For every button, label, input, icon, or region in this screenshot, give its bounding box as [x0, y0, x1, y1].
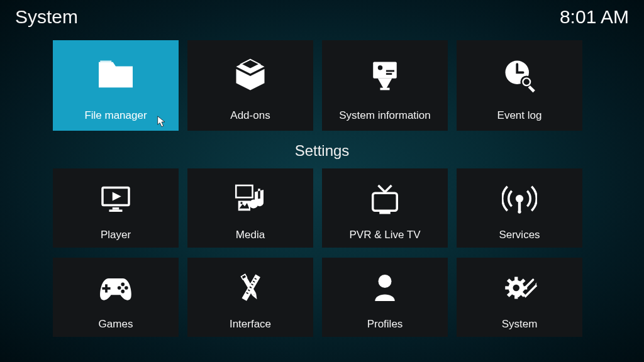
box-icon	[187, 40, 313, 109]
tile-label: Services	[499, 229, 540, 241]
folder-icon	[53, 40, 179, 109]
tile-label: Profiles	[367, 318, 403, 331]
tile-file-manager[interactable]: File manager	[53, 40, 179, 131]
tile-add-ons[interactable]: Add-ons	[187, 40, 313, 131]
tile-pvr-live-tv[interactable]: PVR & Live TV	[322, 168, 448, 248]
media-library-icon	[187, 168, 313, 229]
page-title: System	[15, 6, 78, 28]
tile-event-log[interactable]: Event log	[457, 40, 582, 131]
settings-heading: Settings	[0, 142, 644, 160]
tv-icon	[322, 168, 448, 229]
tile-label: System	[502, 318, 538, 331]
gamepad-icon	[53, 258, 179, 318]
tile-media[interactable]: Media	[187, 168, 313, 248]
tile-games[interactable]: Games	[53, 258, 179, 337]
tile-label: System information	[339, 109, 431, 122]
tile-system-information[interactable]: System information	[322, 40, 448, 131]
tile-services[interactable]: Services	[457, 168, 582, 248]
projector-icon	[322, 40, 448, 109]
person-icon	[322, 258, 448, 318]
broadcast-icon	[457, 168, 582, 229]
tile-system[interactable]: System	[457, 258, 582, 337]
tile-label: Interface	[230, 318, 271, 331]
tile-label: Games	[99, 318, 133, 331]
tile-player[interactable]: Player	[53, 168, 179, 248]
tile-label: Event log	[497, 109, 542, 122]
tile-label: Player	[101, 229, 131, 241]
tile-profiles[interactable]: Profiles	[322, 258, 448, 337]
tile-interface[interactable]: Interface	[187, 258, 313, 337]
clock: 8:01 AM	[560, 6, 629, 28]
gear-tools-icon	[457, 258, 582, 318]
pencil-ruler-icon	[187, 258, 313, 318]
clock-search-icon	[457, 40, 582, 109]
tile-label: PVR & Live TV	[349, 229, 420, 241]
tile-label: Add-ons	[230, 109, 270, 122]
tile-label: Media	[236, 229, 265, 241]
monitor-play-icon	[53, 168, 179, 229]
tile-label: File manager	[84, 109, 147, 122]
